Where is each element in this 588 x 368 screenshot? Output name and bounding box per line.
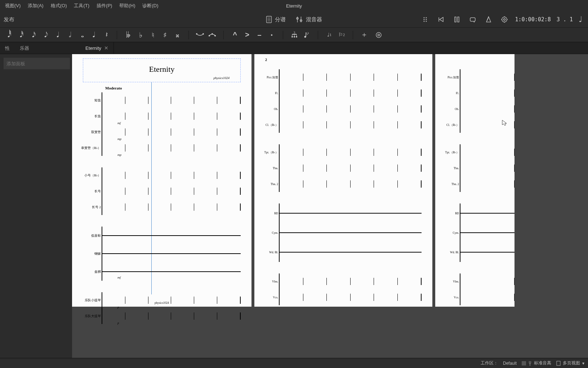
note-quarter-button[interactable]: 𝅘𝅥 [51,30,62,40]
menu-help[interactable]: 帮助(H) [116,1,139,10]
staff[interactable] [102,203,241,211]
score-composer[interactable]: physics1024 [83,76,230,80]
staff[interactable] [280,121,422,128]
dynamic-marking[interactable]: mp [117,153,121,157]
slur-button[interactable] [207,30,218,40]
concert-pitch-toggle[interactable]: 标准音高 [522,360,551,366]
staff[interactable] [460,74,514,81]
voice-1-button[interactable]: ♩1 [324,30,335,40]
score-page-2[interactable]: 2 Picc.短笛 Fl. Ob. Cl.（B♭） Tpt.（B♭） Tbn. … [254,54,432,307]
staff[interactable] [280,89,422,97]
toolbar-settings-button[interactable] [373,30,384,40]
staff-percussion[interactable] [280,232,422,233]
dot-button[interactable]: 𝅘𝅥. [88,30,99,40]
staff[interactable] [280,74,422,81]
instrument-label: 短笛 [79,98,101,103]
rest-button[interactable]: 𝄽 [100,30,111,40]
note-8th-button[interactable]: 𝅘𝅥𝅮 [39,30,50,40]
workspace-label: 工作区： [481,360,498,366]
staff[interactable]: p [102,312,241,320]
dynamic-marking[interactable]: mf [117,276,121,279]
publish-button[interactable]: 发布 [1,15,17,25]
add-button[interactable]: + [359,30,370,40]
staff[interactable] [102,188,241,195]
playback-settings-button[interactable] [499,14,509,25]
close-tab-icon[interactable]: ✕ [104,45,108,51]
staff[interactable] [460,278,514,285]
staff-percussion[interactable] [460,213,514,214]
dynamic-marking[interactable]: p [117,321,119,325]
note-16th-button[interactable]: 𝅘𝅥𝅯 [27,30,37,40]
tenuto-button[interactable]: – [254,30,265,40]
staff-percussion[interactable] [102,253,241,254]
score-page-3[interactable]: Picc.短笛 Fl. Ob. Cl.（B♭） Tpt.（B♭） Tbn. Tb… [435,54,514,307]
loop-button[interactable] [468,14,478,25]
note-32nd-button[interactable]: 𝅘𝅥𝅰 [14,30,25,40]
side-tab-properties[interactable]: 性 [0,42,15,54]
staff-percussion[interactable] [102,235,241,236]
staff[interactable] [280,294,422,301]
instrument-label: Wd. Bl. [261,251,278,254]
menu-plugins[interactable]: 插件(P) [93,1,116,10]
tuplet-button[interactable]: 3 [289,30,300,40]
staff[interactable]: mf [102,113,241,120]
staff[interactable] [460,294,514,301]
staff-percussion[interactable] [280,252,422,253]
grip-icon[interactable] [420,14,430,25]
staccato-button[interactable]: · [266,30,277,40]
double-flat-button[interactable]: 𝄫 [123,30,134,40]
staff[interactable]: mp [102,128,241,136]
tempo-marking[interactable]: Moderato [105,86,251,90]
tie-button[interactable] [195,30,205,40]
score-title[interactable]: Eternity [83,65,240,74]
side-tab-instruments[interactable]: 乐器 [15,42,34,54]
staff-percussion[interactable] [460,232,514,233]
palette-search-input[interactable] [4,58,70,69]
staff-percussion[interactable]: mf [102,271,241,272]
staff[interactable] [102,97,241,104]
pause-button[interactable] [452,14,462,25]
menu-view[interactable]: 视图(V) [1,1,24,10]
staff-percussion[interactable] [280,213,422,214]
view-mode-selector[interactable]: 多页视图 ▾ [556,360,584,366]
document-tab[interactable]: Eternity ✕ [80,42,114,54]
sharp-button[interactable]: ♯ [160,30,170,40]
parts-button[interactable]: 分谱 [266,16,286,23]
staff[interactable] [460,165,514,172]
score-viewport[interactable]: Eternity physics1024 Moderato 短笛 长笛mf 双簧… [72,54,588,358]
score-page-1[interactable]: Eternity physics1024 Moderato 短笛 长笛mf 双簧… [72,54,251,307]
double-sharp-button[interactable]: 𝄪 [172,30,183,40]
title-frame[interactable]: Eternity physics1024 [83,58,241,82]
staff[interactable] [280,105,422,113]
staff[interactable] [280,180,422,188]
mixer-button[interactable]: 混音器 [296,16,322,23]
voice-2-button[interactable]: ⚐2 [336,30,347,40]
menu-diagnostics[interactable]: 诊断(D) [139,1,162,10]
svg-point-22 [502,17,507,22]
staff-percussion[interactable] [460,252,514,253]
metronome-button[interactable] [484,14,494,25]
flat-button[interactable]: ♭ [135,30,146,40]
menu-tools[interactable]: 工具(T) [70,1,93,10]
note-whole-button[interactable]: 𝅝 [76,30,86,40]
staff[interactable]: mp [102,144,241,152]
natural-button[interactable]: ♮ [147,30,158,40]
marcato-button[interactable]: ^ [230,30,240,40]
staff[interactable] [460,105,514,113]
staff[interactable] [460,149,514,156]
staff[interactable] [460,180,514,188]
menu-add[interactable]: 添加(A) [24,1,47,10]
svg-point-10 [423,19,424,20]
menu-format[interactable]: 格式(O) [47,1,71,10]
staff[interactable] [280,149,422,156]
note-64th-button[interactable]: 𝅘𝅥𝅱 [2,30,13,40]
rewind-button[interactable] [436,14,446,25]
staff[interactable] [280,165,422,172]
staff[interactable] [460,89,514,97]
note-half-button[interactable]: 𝅗𝅥 [63,30,74,40]
staff[interactable] [280,278,422,285]
flip-direction-button[interactable] [301,30,312,40]
accent-button[interactable]: > [242,30,253,40]
workspace-selector[interactable]: Default [503,361,517,366]
staff[interactable] [102,172,241,179]
